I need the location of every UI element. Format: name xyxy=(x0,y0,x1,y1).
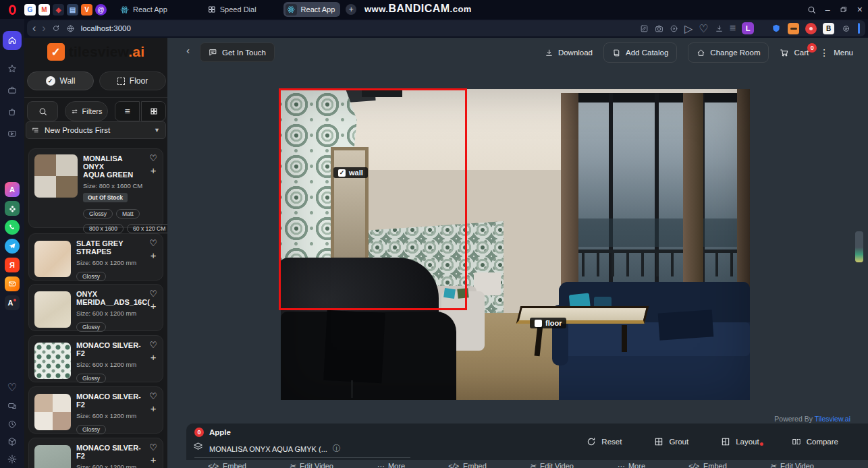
get-in-touch-button[interactable]: Get In Touch xyxy=(200,42,275,62)
favorite-icon[interactable]: ♡ xyxy=(149,444,157,452)
finish-chip[interactable]: Glossy xyxy=(76,272,106,281)
sidebar-bookmarks-icon[interactable] xyxy=(3,59,22,78)
product-card[interactable]: MONACO SILVER-F2 Size: 600 x 1200 mm ♡+ xyxy=(28,438,163,468)
add-icon[interactable]: + xyxy=(151,252,157,260)
restore-button[interactable] xyxy=(840,5,848,13)
reload-icon[interactable] xyxy=(52,24,60,32)
add-catalog-button[interactable]: Add Catalog xyxy=(603,42,677,63)
address-field[interactable]: ‹ › localhost:3000 ▷ ♡ ≡ L B xyxy=(27,20,865,36)
grout-button[interactable]: Grout xyxy=(654,437,688,446)
product-thumbnail[interactable] xyxy=(34,291,71,328)
finish-chip[interactable]: Glossy xyxy=(76,425,106,434)
wall-checkbox-checked[interactable]: ✓ xyxy=(338,169,346,177)
sidebar-whatsapp-icon[interactable] xyxy=(5,220,20,235)
floor-tag[interactable]: floor xyxy=(530,318,566,328)
tilesview-pinned-icon[interactable]: V xyxy=(81,4,92,16)
extension-face-icon[interactable] xyxy=(788,23,799,34)
change-room-button[interactable]: Change Room xyxy=(688,42,769,63)
finish-chip[interactable]: Glossy xyxy=(76,322,106,332)
product-thumbnail[interactable] xyxy=(34,154,78,198)
product-thumbnail[interactable] xyxy=(34,394,71,430)
close-button[interactable]: × xyxy=(857,4,863,15)
sort-dropdown[interactable]: New Products First ▼ xyxy=(26,121,166,139)
sidebar-telegram-icon[interactable] xyxy=(5,239,20,254)
cart-button[interactable]: Cart 0 xyxy=(780,48,809,57)
finish-chip[interactable]: Matt xyxy=(116,209,140,218)
reading-list-icon[interactable]: ≡ xyxy=(730,22,736,34)
product-thumbnail[interactable] xyxy=(34,343,71,379)
extension-bitwarden-icon[interactable]: B xyxy=(823,23,834,34)
favorite-icon[interactable]: ♡ xyxy=(149,392,157,401)
play-icon[interactable]: ▷ xyxy=(684,22,693,35)
add-icon[interactable]: + xyxy=(151,167,157,175)
favorite-icon[interactable]: ♡ xyxy=(149,290,157,298)
sidebar-yandex-icon[interactable]: Я xyxy=(5,258,20,272)
product-card[interactable]: SLATE GREYSTRAPES Size: 600 x 1200 mm Gl… xyxy=(28,233,163,281)
sidebar-workspace-icon[interactable] xyxy=(3,81,22,100)
sidebar-flower-app-icon[interactable] xyxy=(5,201,20,216)
sidebar-devices-icon[interactable] xyxy=(3,397,22,415)
compose-icon[interactable] xyxy=(640,24,649,33)
add-icon[interactable]: + xyxy=(151,405,157,413)
sidebar-player-icon[interactable] xyxy=(3,124,22,143)
files-pinned-icon[interactable]: ▤ xyxy=(67,4,78,16)
info-icon[interactable]: ⓘ xyxy=(333,443,341,455)
sidebar-home-button[interactable] xyxy=(3,31,22,50)
opera-menu-button[interactable] xyxy=(0,0,24,19)
add-icon[interactable]: + xyxy=(151,302,157,310)
sidebar-shopping-icon[interactable] xyxy=(3,103,22,121)
back-icon[interactable]: ‹ xyxy=(32,22,36,34)
download-icon[interactable] xyxy=(715,24,724,33)
sidebar-favorites-icon[interactable]: ♡ xyxy=(3,378,22,397)
tab-react-app-active[interactable]: React App xyxy=(283,2,341,17)
product-card[interactable]: MONACO SILVER-F2 Size: 600 x 1200 mm Glo… xyxy=(28,335,163,382)
extension-shield-icon[interactable] xyxy=(770,23,782,34)
product-card[interactable]: MONALISA ONYXAQUA GREEN Size: 800 x 1600… xyxy=(28,148,163,228)
search-icon[interactable] xyxy=(807,5,816,14)
profile-avatar[interactable]: L xyxy=(742,22,754,34)
selected-tile-name[interactable]: MONALISA ONYX AQUA GMYK (... ⓘ xyxy=(209,443,341,455)
forward-icon[interactable]: › xyxy=(42,22,45,34)
finish-chip[interactable]: Glossy xyxy=(76,374,106,383)
product-card[interactable]: MONACO SILVER-F2 Size: 600 x 1200 mm Glo… xyxy=(28,386,163,434)
back-button[interactable]: ‹ xyxy=(186,45,190,56)
new-tab-button[interactable]: + xyxy=(346,4,356,15)
extension-red-icon[interactable] xyxy=(805,23,817,34)
layout-button[interactable]: Layout xyxy=(721,437,759,446)
add-icon[interactable]: + xyxy=(151,456,157,464)
camera-icon[interactable] xyxy=(655,24,663,33)
grid-view-button[interactable] xyxy=(141,101,166,121)
minimize-button[interactable]: – xyxy=(825,5,830,15)
favorite-icon[interactable]: ♡ xyxy=(149,154,157,163)
sidebar-mail-icon[interactable] xyxy=(5,276,20,291)
menu-button[interactable]: ⋮ Menu xyxy=(819,47,853,58)
list-view-button[interactable]: ≡ xyxy=(115,101,140,121)
add-icon[interactable]: + xyxy=(151,353,157,361)
sidebar-history-icon[interactable] xyxy=(3,415,22,434)
size-chip[interactable]: 800 x 1600 xyxy=(83,224,124,233)
download-button[interactable]: Download xyxy=(545,49,593,57)
filters-button[interactable]: Filters xyxy=(65,101,108,121)
diamond-pinned-icon[interactable]: ◈ xyxy=(53,4,64,16)
sidebar-aria-icon[interactable]: A xyxy=(5,182,20,197)
product-thumbnail[interactable] xyxy=(34,241,71,277)
tab-react-app[interactable]: React App xyxy=(113,5,174,14)
purple-app-pinned-icon[interactable]: @ xyxy=(95,4,107,16)
favorite-icon[interactable]: ♡ xyxy=(149,239,157,247)
favorite-icon[interactable]: ♡ xyxy=(149,341,157,349)
floor-tab-button[interactable]: Floor xyxy=(99,71,166,90)
reset-button[interactable]: Reset xyxy=(587,437,622,446)
search-button[interactable] xyxy=(27,101,58,121)
compare-button[interactable]: Compare xyxy=(792,437,838,446)
scrollbar-thumb[interactable] xyxy=(855,231,863,262)
floor-checkbox-unchecked[interactable] xyxy=(535,320,542,327)
wall-tag[interactable]: ✓ wall xyxy=(333,167,368,178)
wall-selection-box[interactable] xyxy=(279,88,467,310)
badge-icon[interactable] xyxy=(670,24,678,33)
tab-speed-dial[interactable]: Speed Dial xyxy=(201,5,263,13)
tilesview-link[interactable]: Tilesview.ai xyxy=(815,415,850,423)
extension-target-icon[interactable] xyxy=(840,23,852,34)
sidebar-more-icon[interactable]: … xyxy=(3,465,22,468)
size-chip[interactable]: 60 x 120 CM xyxy=(127,224,167,233)
product-thumbnail[interactable] xyxy=(34,445,71,468)
